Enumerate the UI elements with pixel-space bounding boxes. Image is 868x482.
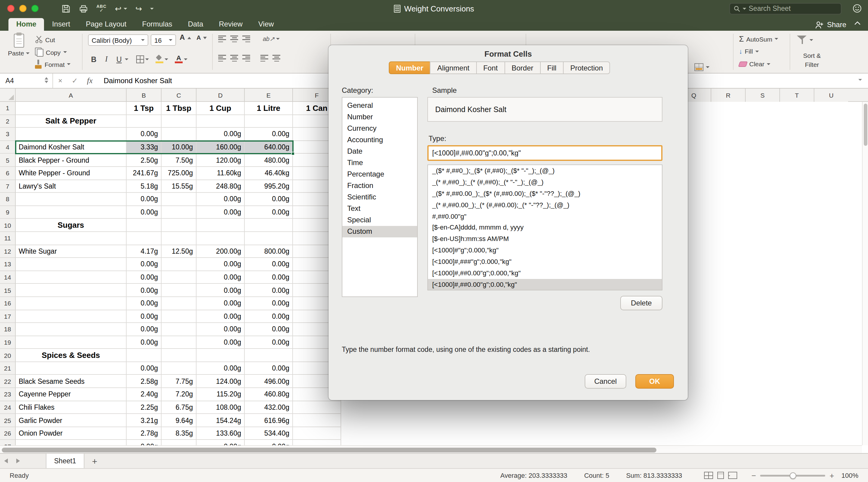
row-header-9[interactable]: 9 xyxy=(0,206,16,219)
row-header-15[interactable]: 15 xyxy=(0,284,16,297)
row-header-25[interactable]: 25 xyxy=(0,414,16,427)
cell-C24[interactable]: 6.75g xyxy=(161,401,196,414)
search-scope-caret-icon[interactable] xyxy=(743,7,746,9)
cell-C5[interactable]: 7.50g xyxy=(161,154,196,167)
dialog-tab-border[interactable]: Border xyxy=(504,61,540,74)
column-header-B[interactable]: B xyxy=(127,89,161,101)
row-header-3[interactable]: 3 xyxy=(0,128,16,141)
decrease-indent-icon[interactable] xyxy=(260,55,268,61)
ribbon-tab-formulas[interactable]: Formulas xyxy=(134,18,180,31)
row-header-12[interactable]: 12 xyxy=(0,245,16,258)
cell-B6[interactable]: 241.67g xyxy=(127,167,161,180)
cell-F26[interactable] xyxy=(293,427,341,440)
minimize-window-button[interactable] xyxy=(19,5,27,12)
cell-E12[interactable]: 800.00g xyxy=(245,245,293,258)
feedback-smiley-icon[interactable] xyxy=(852,4,862,16)
row-header-13[interactable]: 13 xyxy=(0,258,16,271)
row-header-10[interactable]: 10 xyxy=(0,219,16,232)
cell-D4[interactable]: 160.00g xyxy=(196,141,245,154)
category-item-scientific[interactable]: Scientific xyxy=(342,192,417,203)
cell-A6[interactable]: White Pepper - Ground xyxy=(16,167,127,180)
spellcheck-button[interactable]: ABC✓ xyxy=(96,4,106,13)
row-header-11[interactable]: 11 xyxy=(0,232,16,245)
category-item-time[interactable]: Time xyxy=(342,157,417,169)
cell-C7[interactable]: 15.55g xyxy=(161,180,196,193)
align-center-icon[interactable] xyxy=(230,55,238,61)
autosum-button[interactable]: Σ AutoSum xyxy=(739,35,778,43)
format-code-item-5[interactable]: [$-en-CA]dddd, mmmm d, yyyy xyxy=(428,222,662,233)
row-header-21[interactable]: 21 xyxy=(0,362,16,375)
row-header-1[interactable]: 1 xyxy=(0,102,16,115)
cell-C13[interactable] xyxy=(161,258,196,271)
cell-D13[interactable]: 0.00g xyxy=(196,258,245,271)
font-color-button[interactable]: A xyxy=(173,54,184,65)
row-header-17[interactable]: 17 xyxy=(0,310,16,323)
align-bottom-icon[interactable] xyxy=(242,36,250,42)
cell-A3[interactable] xyxy=(16,128,127,141)
format-cells-quick-button[interactable] xyxy=(694,63,710,71)
row-header-7[interactable]: 7 xyxy=(0,180,16,193)
cell-B3[interactable]: 0.00g xyxy=(127,128,161,141)
cell-B26[interactable]: 2.78g xyxy=(127,427,161,440)
cell-D23[interactable]: 115.20g xyxy=(196,388,245,401)
cell-D21[interactable]: 0.00g xyxy=(196,362,245,375)
cell-C8[interactable] xyxy=(161,193,196,206)
align-left-icon[interactable] xyxy=(218,55,226,61)
cell-E19[interactable]: 0.00g xyxy=(245,336,293,349)
align-middle-icon[interactable] xyxy=(230,36,238,42)
zoom-out-icon[interactable]: − xyxy=(751,471,756,480)
cell-A14[interactable] xyxy=(16,271,127,284)
dialog-tab-alignment[interactable]: Alignment xyxy=(430,61,477,74)
cell-A11[interactable] xyxy=(16,232,127,245)
cell-E2[interactable] xyxy=(245,115,293,128)
cell-B12[interactable]: 4.17g xyxy=(127,245,161,258)
zoom-in-icon[interactable]: + xyxy=(830,471,834,480)
dialog-tab-font[interactable]: Font xyxy=(476,61,505,74)
column-header-D[interactable]: D xyxy=(196,89,245,101)
normal-view-icon[interactable] xyxy=(704,472,713,479)
cell-B1[interactable]: 1 Tsp xyxy=(127,102,161,115)
underline-button[interactable]: U xyxy=(113,54,125,65)
cell-C4[interactable]: 10.00g xyxy=(161,141,196,154)
cell-A4[interactable]: Daimond Kosher Salt xyxy=(16,141,127,154)
cell-B14[interactable]: 0.00g xyxy=(127,271,161,284)
horizontal-scrollbar-thumb[interactable] xyxy=(2,447,656,452)
cell-A26[interactable]: Onion Powder xyxy=(16,427,127,440)
cell-D20[interactable] xyxy=(196,349,245,362)
formula-input[interactable]: Daimond Kosher Salt xyxy=(98,76,172,85)
cell-E15[interactable]: 0.00g xyxy=(245,284,293,297)
format-code-item-0[interactable]: _($* #,##0_);_($* (#,##0);_($* "-"_);_(@… xyxy=(428,165,662,176)
cell-D16[interactable]: 0.00g xyxy=(196,297,245,310)
format-code-item-4[interactable]: #,##0.00"g" xyxy=(428,211,662,222)
ribbon-tab-view[interactable]: View xyxy=(250,18,282,31)
italic-button[interactable]: I xyxy=(101,54,112,65)
cell-B4[interactable]: 3.33g xyxy=(127,141,161,154)
category-item-general[interactable]: General xyxy=(342,100,417,111)
copy-button[interactable]: Copy xyxy=(35,47,67,57)
cell-B13[interactable]: 0.00g xyxy=(127,258,161,271)
category-item-currency[interactable]: Currency xyxy=(342,123,417,134)
cancel-entry-button[interactable]: × xyxy=(53,76,67,85)
cell-D17[interactable]: 0.00g xyxy=(196,310,245,323)
borders-button[interactable] xyxy=(134,54,146,65)
page-layout-view-icon[interactable] xyxy=(717,472,724,479)
cell-C17[interactable] xyxy=(161,310,196,323)
category-item-number[interactable]: Number xyxy=(342,111,417,123)
horizontal-scrollbar[interactable] xyxy=(0,445,862,453)
font-size-select[interactable]: 16 xyxy=(151,34,176,46)
cell-E20[interactable] xyxy=(245,349,293,362)
cell-D26[interactable]: 133.60g xyxy=(196,427,245,440)
ribbon-tab-review[interactable]: Review xyxy=(211,18,250,31)
font-name-select[interactable]: Calibri (Body) xyxy=(88,34,148,46)
ribbon-tab-home[interactable]: Home xyxy=(8,18,44,31)
cell-D7[interactable]: 248.80g xyxy=(196,180,245,193)
cell-C12[interactable]: 12.50g xyxy=(161,245,196,258)
dialog-tab-number[interactable]: Number xyxy=(389,61,431,74)
align-right-icon[interactable] xyxy=(242,55,250,61)
underline-caret-icon[interactable] xyxy=(125,59,128,60)
fill-button[interactable]: ↓ Fill xyxy=(739,47,759,55)
dialog-tab-protection[interactable]: Protection xyxy=(563,61,610,74)
format-code-item-2[interactable]: _($* #,##0.00_);_($* (#,##0.00);_($* "-"… xyxy=(428,188,662,199)
column-header-T[interactable]: T xyxy=(779,89,814,102)
cell-E18[interactable]: 0.00g xyxy=(245,323,293,336)
